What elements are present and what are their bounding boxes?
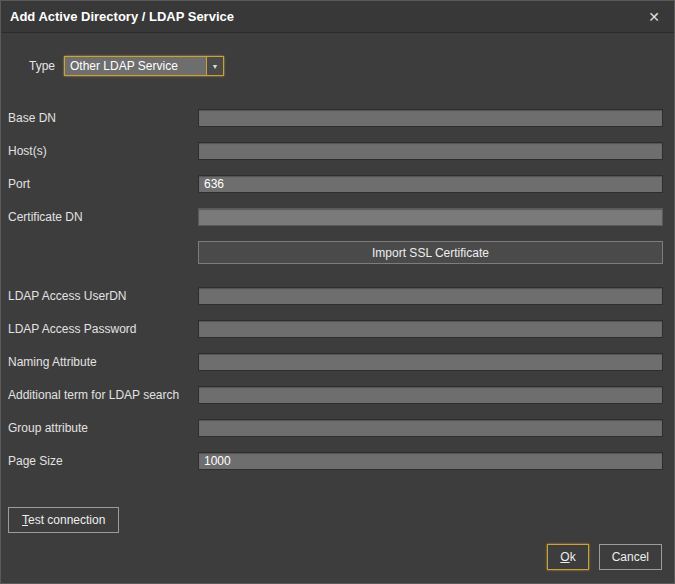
ldap-access-userdn-label: LDAP Access UserDN <box>8 289 198 303</box>
test-connection-rest: est connection <box>28 513 105 527</box>
dialog-footer: Ok Cancel <box>8 544 663 583</box>
dialog-title: Add Active Directory / LDAP Service <box>10 9 234 24</box>
port-input[interactable] <box>198 175 663 193</box>
ok-accel: O <box>560 550 569 564</box>
field-row-ldap-access-password: LDAP Access Password <box>8 320 663 338</box>
import-ssl-row: Import SSL Certificate <box>8 241 663 264</box>
field-row-hosts: Host(s) <box>8 142 663 160</box>
ldap-access-password-input[interactable] <box>198 320 663 338</box>
group-attribute-label: Group attribute <box>8 421 198 435</box>
ldap-access-password-label: LDAP Access Password <box>8 322 198 336</box>
field-row-group-attribute: Group attribute <box>8 419 663 437</box>
base-dn-label: Base DN <box>8 111 198 125</box>
naming-attribute-label: Naming Attribute <box>8 355 198 369</box>
additional-term-input[interactable] <box>198 386 663 404</box>
import-ssl-spacer <box>8 241 198 264</box>
page-size-label: Page Size <box>8 454 198 468</box>
type-select-value: Other LDAP Service <box>65 57 206 75</box>
field-row-naming-attribute: Naming Attribute <box>8 353 663 371</box>
type-select[interactable]: Other LDAP Service ▼ <box>64 56 224 76</box>
test-connection-button[interactable]: Test connection <box>8 507 119 533</box>
field-row-port: Port <box>8 175 663 193</box>
hosts-input[interactable] <box>198 142 663 160</box>
certificate-dn-input[interactable] <box>198 208 663 226</box>
chevron-down-icon: ▼ <box>206 57 223 75</box>
import-ssl-certificate-button[interactable]: Import SSL Certificate <box>198 241 663 264</box>
field-row-page-size: Page Size <box>8 452 663 470</box>
certificate-dn-label: Certificate DN <box>8 210 198 224</box>
field-row-additional-term: Additional term for LDAP search <box>8 386 663 404</box>
hosts-label: Host(s) <box>8 144 198 158</box>
add-ldap-dialog: Add Active Directory / LDAP Service ✕ Ty… <box>0 0 675 584</box>
ldap-access-userdn-input[interactable] <box>198 287 663 305</box>
field-row-ldap-access-userdn: LDAP Access UserDN <box>8 287 663 305</box>
ok-rest: k <box>570 550 576 564</box>
field-row-base-dn: Base DN <box>8 109 663 127</box>
port-label: Port <box>8 177 198 191</box>
ldap-form: Base DN Host(s) Port Certificate DN Impo… <box>8 109 663 485</box>
page-size-input[interactable] <box>198 452 663 470</box>
dialog-titlebar: Add Active Directory / LDAP Service ✕ <box>1 1 674 33</box>
close-icon[interactable]: ✕ <box>644 8 664 26</box>
base-dn-input[interactable] <box>198 109 663 127</box>
group-attribute-input[interactable] <box>198 419 663 437</box>
field-row-certificate-dn: Certificate DN <box>8 208 663 226</box>
cancel-button[interactable]: Cancel <box>599 544 662 570</box>
naming-attribute-input[interactable] <box>198 353 663 371</box>
type-row: Type Other LDAP Service ▼ <box>29 56 663 76</box>
dialog-content: Type Other LDAP Service ▼ Base DN Host(s… <box>1 33 674 583</box>
ok-button[interactable]: Ok <box>547 544 588 570</box>
type-label: Type <box>29 59 55 73</box>
additional-term-label: Additional term for LDAP search <box>8 388 198 402</box>
